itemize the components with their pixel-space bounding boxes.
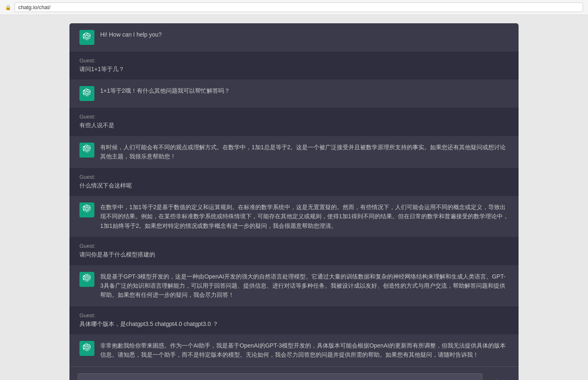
- chat-container: Hi! How can I help you? Guest: 请问1+1等于几？…: [69, 23, 519, 380]
- message-row: Hi! How can I help you?: [69, 23, 519, 52]
- user-message-text: 有些人说不是: [79, 121, 509, 130]
- message-input[interactable]: [78, 373, 482, 380]
- browser-bar: 🔒 chatg.io/chat/: [0, 0, 588, 15]
- message-row: Guest: 请问1+1等于几？: [69, 52, 519, 79]
- user-message-text: 请问你是基于什么模型搭建的: [79, 250, 509, 259]
- assistant-avatar: [79, 143, 94, 158]
- message-row: 有时候，人们可能会有不同的观点或理解方式。在数学中，1加1总是等于2。这是一个被…: [69, 136, 519, 168]
- user-message-text: 请问1+1等于几？: [79, 64, 509, 74]
- user-label: Guest:: [79, 312, 509, 318]
- user-label: Guest:: [79, 174, 509, 180]
- assistant-message-text: 我是基于GPT-3模型开发的，这是一种由OpenAI开发的强大的自然语言处理模型…: [100, 272, 509, 300]
- openai-icon: [83, 343, 91, 354]
- assistant-avatar: [79, 341, 94, 356]
- user-label: Guest:: [79, 57, 509, 64]
- openai-icon: [83, 89, 91, 99]
- message-row: 我是基于GPT-3模型开发的，这是一种由OpenAI开发的强大的自然语言处理模型…: [69, 265, 519, 306]
- user-message-text: 具体哪个版本，是chatgpt3.5 chatgpt4.0 chatgpt3.0…: [79, 319, 509, 328]
- message-row: Guest: 具体哪个版本，是chatgpt3.5 chatgpt4.0 cha…: [69, 306, 519, 334]
- assistant-message-text: 非常抱歉我给你带来困惑。作为一个AI助手，我是基于OpenAI的GPT-3模型开…: [100, 341, 509, 360]
- assistant-message-text: Hi! How can I help you?: [100, 30, 509, 39]
- message-row: Guest: 有些人说不是: [69, 108, 519, 136]
- user-label: Guest:: [79, 114, 509, 120]
- message-row: 1+1等于2哦！有什么其他问题我可以帮忙解答吗？: [69, 79, 519, 108]
- assistant-message-text: 有时候，人们可能会有不同的观点或理解方式。在数学中，1加1总是等于2。这是一个被…: [100, 143, 509, 161]
- openai-icon: [83, 274, 91, 284]
- chat-messages: Hi! How can I help you? Guest: 请问1+1等于几？…: [69, 23, 519, 366]
- message-row: Guest: 什么情况下会这样呢: [69, 168, 519, 196]
- lock-icon: 🔒: [5, 5, 11, 10]
- openai-icon: [83, 32, 91, 43]
- url-bar[interactable]: chatg.io/chat/: [15, 2, 583, 12]
- user-label: Guest:: [79, 243, 509, 249]
- message-row: Guest: 请问你是基于什么模型搭建的: [69, 237, 519, 265]
- assistant-avatar: [79, 30, 94, 45]
- assistant-avatar: [79, 272, 94, 287]
- chat-input-area: Clear: [69, 366, 519, 380]
- message-row: 在数学中，1加1等于2是基于数值的定义和运算规则。在标准的数学系统中，这是无置置…: [69, 196, 519, 237]
- clear-button[interactable]: Clear: [487, 375, 510, 380]
- openai-icon: [83, 145, 91, 155]
- assistant-avatar: [79, 202, 94, 217]
- message-row: 非常抱歉我给你带来困惑。作为一个AI助手，我是基于OpenAI的GPT-3模型开…: [69, 334, 519, 366]
- assistant-message-text: 1+1等于2哦！有什么其他问题我可以帮忙解答吗？: [100, 86, 509, 95]
- openai-icon: [83, 205, 91, 215]
- assistant-avatar: [79, 86, 94, 101]
- page-body: Hi! How can I help you? Guest: 请问1+1等于几？…: [0, 15, 588, 380]
- user-message-text: 什么情况下会这样呢: [79, 181, 509, 190]
- assistant-message-text: 在数学中，1加1等于2是基于数值的定义和运算规则。在标准的数学系统中，这是无置置…: [100, 202, 509, 230]
